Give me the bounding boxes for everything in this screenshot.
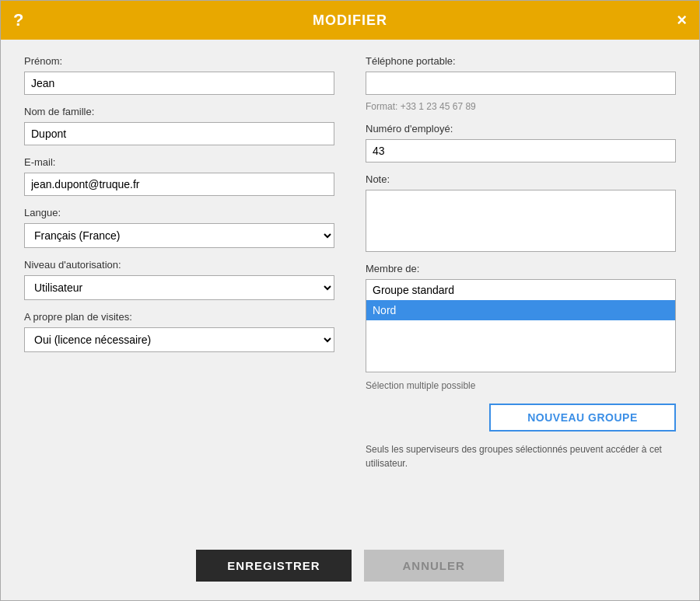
note-label: Note: bbox=[366, 173, 676, 185]
selection-hint: Sélection multiple possible bbox=[366, 380, 676, 391]
close-button[interactable]: × bbox=[677, 12, 687, 29]
prenom-input[interactable] bbox=[24, 72, 334, 95]
group-note: Seuls les superviseurs des groupes sélec… bbox=[366, 442, 676, 470]
save-button[interactable]: ENREGISTRER bbox=[196, 550, 351, 582]
list-item[interactable] bbox=[366, 320, 675, 328]
right-column: Téléphone portable: Format: +33 1 23 45 … bbox=[366, 55, 676, 522]
telephone-input[interactable] bbox=[366, 72, 676, 95]
telephone-label: Téléphone portable: bbox=[366, 55, 676, 67]
membre-listbox[interactable]: Groupe standard Nord bbox=[366, 279, 676, 372]
langue-select[interactable]: Français (France) English (UK) English (… bbox=[24, 223, 334, 248]
list-item[interactable]: Nord bbox=[366, 300, 675, 320]
employe-label: Numéro d'employé: bbox=[366, 123, 676, 135]
dialog-header: ? MODIFIER × bbox=[1, 1, 699, 40]
plan-select[interactable]: Oui (licence nécessaire) Non bbox=[24, 327, 334, 352]
email-input[interactable] bbox=[24, 173, 334, 196]
employe-input[interactable] bbox=[366, 139, 676, 162]
autorisation-label: Niveau d'autorisation: bbox=[24, 259, 334, 271]
dialog-body: Prénom: Nom de famille: E-mail: Langue: … bbox=[1, 40, 699, 537]
cancel-button[interactable]: ANNULER bbox=[364, 550, 504, 582]
autorisation-select[interactable]: Utilisateur Administrateur Superviseur bbox=[24, 275, 334, 300]
dialog-modifier: ? MODIFIER × Prénom: Nom de famille: E-m… bbox=[0, 0, 700, 601]
email-label: E-mail: bbox=[24, 156, 334, 168]
plan-label: A propre plan de visites: bbox=[24, 311, 334, 323]
list-item[interactable]: Groupe standard bbox=[366, 280, 675, 300]
nom-label: Nom de famille: bbox=[24, 106, 334, 117]
help-button[interactable]: ? bbox=[13, 10, 23, 30]
dialog-title: MODIFIER bbox=[313, 12, 387, 29]
nouveau-groupe-button[interactable]: NOUVEAU GROUPE bbox=[489, 404, 676, 432]
dialog-footer: ENREGISTRER ANNULER bbox=[1, 537, 699, 600]
nom-input[interactable] bbox=[24, 122, 334, 145]
telephone-format-hint: Format: +33 1 23 45 67 89 bbox=[366, 101, 676, 112]
membre-label: Membre de: bbox=[366, 263, 676, 274]
note-textarea[interactable] bbox=[366, 190, 676, 252]
left-column: Prénom: Nom de famille: E-mail: Langue: … bbox=[24, 55, 334, 522]
prenom-label: Prénom: bbox=[24, 55, 334, 67]
langue-label: Langue: bbox=[24, 207, 334, 218]
